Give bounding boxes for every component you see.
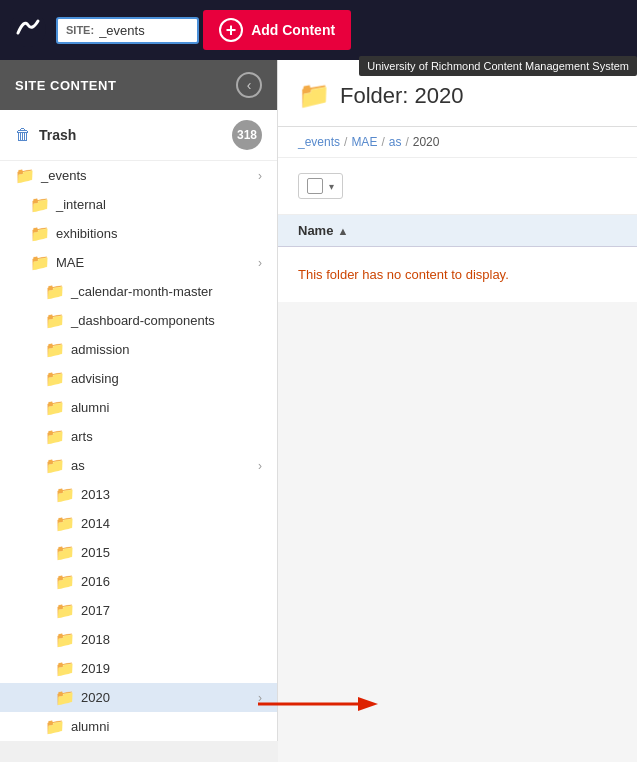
chevron-left-icon: ‹	[236, 72, 262, 98]
folder-icon-events: 📁	[15, 166, 35, 185]
tree-item-internal[interactable]: 📁 _internal	[0, 190, 277, 219]
header: SITE: + Add Content University of Richmo…	[0, 0, 637, 60]
table-header: Name ▲	[278, 215, 637, 247]
sidebar-title: SITE CONTENT	[15, 78, 116, 93]
breadcrumb-events[interactable]: _events	[298, 135, 340, 149]
tree-label-admission: admission	[71, 342, 262, 357]
tree-item-2014[interactable]: 📁 2014	[0, 509, 277, 538]
tree-item-exhibitions[interactable]: 📁 exhibitions	[0, 219, 277, 248]
folder-icon-2015: 📁	[55, 543, 75, 562]
tree-label-2017: 2017	[81, 603, 262, 618]
tree-item-2013[interactable]: 📁 2013	[0, 480, 277, 509]
trash-label: Trash	[39, 127, 76, 143]
folder-icon-arts: 📁	[45, 427, 65, 446]
tree-item-2016[interactable]: 📁 2016	[0, 567, 277, 596]
tree-label-as: as	[71, 458, 252, 473]
name-column-header[interactable]: Name ▲	[298, 223, 348, 238]
plus-icon: +	[219, 18, 243, 42]
tree-label-arts: arts	[71, 429, 262, 444]
tree-item-2018[interactable]: 📁 2018	[0, 625, 277, 654]
tree-item-admission[interactable]: 📁 admission	[0, 335, 277, 364]
folder-icon-2020: 📁	[55, 688, 75, 707]
folder-icon-admission: 📁	[45, 340, 65, 359]
site-input-wrapper: SITE:	[56, 17, 199, 44]
empty-folder-message: This folder has no content to display.	[278, 247, 637, 302]
main-layout: SITE CONTENT ‹ 🗑 Trash 318 📁 _events	[0, 60, 637, 762]
add-content-button[interactable]: + Add Content	[203, 10, 351, 50]
breadcrumb-current: 2020	[413, 135, 440, 149]
sidebar-collapse-button[interactable]: ‹	[236, 72, 262, 98]
tree-label-alumni: alumni	[71, 400, 262, 415]
tree-item-2020[interactable]: 📁 2020 ›	[0, 683, 277, 712]
content-toolbar: ▾	[278, 158, 637, 215]
main-content: 📁 Folder: 2020 _events / MAE / as / 2020…	[278, 60, 637, 762]
folder-title: Folder: 2020	[340, 83, 464, 109]
folder-tree: 📁 _events › 📁 _internal 📁 exhibitions 📁	[0, 161, 277, 741]
expand-arrow-events: ›	[258, 169, 262, 183]
folder-icon-exhibitions: 📁	[30, 224, 50, 243]
cms-tooltip: University of Richmond Content Managemen…	[359, 56, 637, 76]
name-column-label: Name	[298, 223, 333, 238]
sidebar: SITE CONTENT ‹ 🗑 Trash 318 📁 _events	[0, 60, 278, 741]
empty-message-text: This folder has no content to display.	[298, 267, 509, 282]
tree-label-2015: 2015	[81, 545, 262, 560]
breadcrumb: _events / MAE / as / 2020	[278, 127, 637, 158]
tree-label-2019: 2019	[81, 661, 262, 676]
tree-item-events[interactable]: 📁 _events ›	[0, 161, 277, 190]
tree-label-dashboard: _dashboard-components	[71, 313, 262, 328]
site-input[interactable]	[99, 23, 189, 38]
trash-item[interactable]: 🗑 Trash 318	[0, 110, 277, 161]
tree-item-arts[interactable]: 📁 arts	[0, 422, 277, 451]
svg-point-0	[10, 11, 46, 47]
tree-item-2019[interactable]: 📁 2019	[0, 654, 277, 683]
site-label: SITE:	[66, 24, 94, 36]
expand-arrow-2020: ›	[258, 691, 262, 705]
folder-icon-2017: 📁	[55, 601, 75, 620]
tree-item-as[interactable]: 📁 as ›	[0, 451, 277, 480]
sidebar-header: SITE CONTENT ‹	[0, 60, 277, 110]
expand-arrow-mae: ›	[258, 256, 262, 270]
folder-icon-2016: 📁	[55, 572, 75, 591]
tree-item-alumni2[interactable]: 📁 alumni	[0, 712, 277, 741]
tree-item-2017[interactable]: 📁 2017	[0, 596, 277, 625]
tree-label-2014: 2014	[81, 516, 262, 531]
tree-item-calendar[interactable]: 📁 _calendar-month-master	[0, 277, 277, 306]
trash-count-badge: 318	[232, 120, 262, 150]
folder-icon-2019: 📁	[55, 659, 75, 678]
tree-item-advising[interactable]: 📁 advising	[0, 364, 277, 393]
tree-item-alumni[interactable]: 📁 alumni	[0, 393, 277, 422]
tree-label-mae: MAE	[56, 255, 252, 270]
expand-arrow-as: ›	[258, 459, 262, 473]
folder-icon-calendar: 📁	[45, 282, 65, 301]
breadcrumb-mae[interactable]: MAE	[351, 135, 377, 149]
tree-item-mae[interactable]: 📁 MAE ›	[0, 248, 277, 277]
folder-icon-2018: 📁	[55, 630, 75, 649]
folder-icon-alumni2: 📁	[45, 717, 65, 736]
tree-label-internal: _internal	[56, 197, 262, 212]
tree-label-advising: advising	[71, 371, 262, 386]
add-content-label: Add Content	[251, 22, 335, 38]
folder-icon-mae: 📁	[30, 253, 50, 272]
folder-icon-alumni: 📁	[45, 398, 65, 417]
trash-icon: 🗑	[15, 126, 31, 144]
trash-left: 🗑 Trash	[15, 126, 76, 144]
tree-label-events: _events	[41, 168, 252, 183]
dropdown-arrow-icon: ▾	[329, 181, 334, 192]
tree-label-calendar: _calendar-month-master	[71, 284, 262, 299]
breadcrumb-sep3: /	[405, 135, 408, 149]
breadcrumb-sep1: /	[344, 135, 347, 149]
sort-asc-icon: ▲	[337, 225, 348, 237]
folder-icon-dashboard: 📁	[45, 311, 65, 330]
folder-icon-2013: 📁	[55, 485, 75, 504]
logo	[10, 11, 46, 50]
tree-item-dashboard[interactable]: 📁 _dashboard-components	[0, 306, 277, 335]
checkbox-icon	[307, 178, 323, 194]
select-all-button[interactable]: ▾	[298, 173, 343, 199]
tree-item-2015[interactable]: 📁 2015	[0, 538, 277, 567]
breadcrumb-sep2: /	[381, 135, 384, 149]
folder-icon-large: 📁	[298, 80, 330, 111]
folder-icon-as: 📁	[45, 456, 65, 475]
tree-label-alumni2: alumni	[71, 719, 262, 734]
breadcrumb-as[interactable]: as	[389, 135, 402, 149]
folder-icon-2014: 📁	[55, 514, 75, 533]
